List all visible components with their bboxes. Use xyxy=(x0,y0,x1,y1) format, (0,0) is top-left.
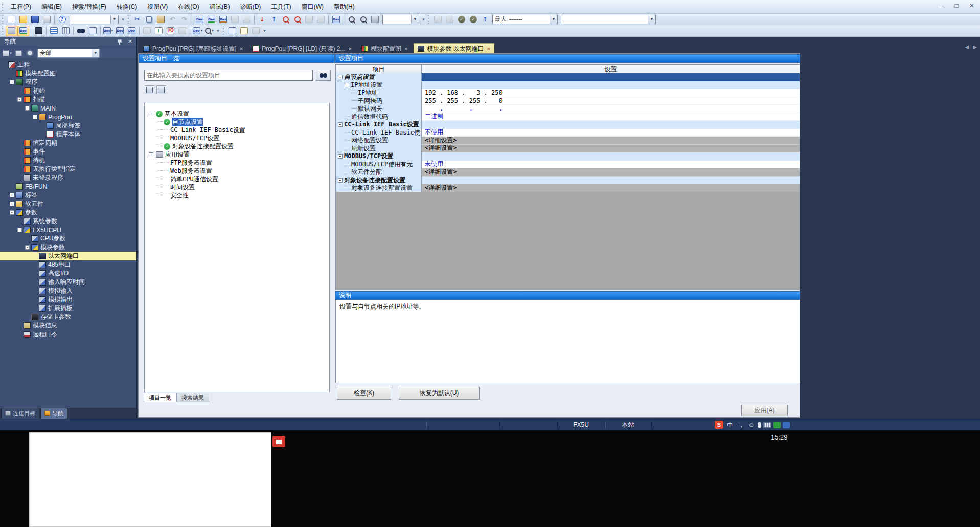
settings-table-row[interactable]: 对象设备连接配置设置<详细设置> xyxy=(336,184,800,192)
menu-item[interactable]: 帮助(H) xyxy=(329,2,360,12)
setting-tree-item[interactable]: Web服务器设置 xyxy=(145,167,329,175)
menu-item[interactable]: 编辑(E) xyxy=(36,2,67,12)
undo-icon[interactable]: ↶ xyxy=(167,14,178,25)
zoom-out-icon[interactable] xyxy=(357,14,369,25)
menu-item[interactable]: 转换(C) xyxy=(111,2,143,12)
toolbar-overflow-icon[interactable]: ▾ xyxy=(215,28,221,33)
convert-icon[interactable]: ↑ xyxy=(479,14,491,25)
setting-tree-item[interactable]: -✓基本设置 xyxy=(145,109,329,118)
nav-tree-item[interactable]: -ProgPou xyxy=(0,113,136,121)
nav-tree-item[interactable]: CPU参数 xyxy=(0,234,136,243)
watch-device-icon[interactable]: Dev▾ xyxy=(192,26,203,36)
nav-tree-item[interactable]: -程序 xyxy=(0,78,136,86)
capture-1-icon[interactable] xyxy=(229,14,241,25)
zoom-in-icon[interactable] xyxy=(346,14,357,25)
verify-2-icon[interactable] xyxy=(315,14,327,25)
verify-1-icon[interactable] xyxy=(303,14,315,25)
watch-target-combo[interactable]: ▼ xyxy=(561,15,656,24)
taskbar-app-icon[interactable] xyxy=(272,436,285,447)
tab-close-icon[interactable]: × xyxy=(404,46,407,52)
settings-table-row[interactable]: CC-Link IEF Basic使用有无不使用 xyxy=(336,129,800,137)
setting-value-cell[interactable]: <详细设置> xyxy=(422,137,800,145)
item-list-tab[interactable]: 项目一览 xyxy=(144,393,176,402)
display-setting-icon[interactable] xyxy=(250,26,262,36)
tab-close-icon[interactable]: × xyxy=(240,46,243,52)
setting-value-cell[interactable]: 192 . 168 . 3 . 250 xyxy=(422,89,800,97)
statement-display-icon[interactable] xyxy=(226,26,238,36)
menu-item[interactable]: 视图(V) xyxy=(142,2,173,12)
monitor-watch-2-icon[interactable] xyxy=(291,14,303,25)
device-monitor-2-icon[interactable]: Dev xyxy=(206,14,217,25)
settings-table-row[interactable]: 通信数据代码二进制 xyxy=(336,113,800,121)
cut-icon[interactable]: ✂ xyxy=(131,14,143,25)
restore-default-button[interactable]: 恢复为默认(U) xyxy=(399,387,480,400)
punctuation-icon[interactable]: ·, xyxy=(736,421,745,429)
collapse-box-icon[interactable]: - xyxy=(10,80,14,84)
setting-tree-item[interactable]: MODBUS/TCP设置 xyxy=(145,134,329,142)
collapse-box-icon[interactable]: - xyxy=(17,97,22,102)
nav-tree-item[interactable]: 未登录程序 xyxy=(0,173,136,182)
apply-button[interactable]: 应用(A) xyxy=(741,405,788,416)
nav-tree-item[interactable]: +标签 xyxy=(0,191,136,200)
io-assignment-icon[interactable]: I/O xyxy=(165,26,176,36)
nav-tree-item[interactable]: 事件 xyxy=(0,147,136,156)
setting-tree-item[interactable]: ✓对象设备连接配置设置 xyxy=(145,142,329,150)
settings-table-row[interactable]: -对象设备连接配置设置 xyxy=(336,177,800,185)
search-button[interactable] xyxy=(316,70,331,81)
capture-2-icon[interactable] xyxy=(241,14,253,25)
find-icon[interactable] xyxy=(75,26,87,36)
input-entry-icon[interactable] xyxy=(60,26,72,36)
setting-tree-item[interactable]: FTP服务器设置 xyxy=(145,159,329,167)
settings-table-row[interactable]: 网络配置设置<详细设置> xyxy=(336,137,800,145)
menu-item[interactable]: 搜索/替换(F) xyxy=(67,2,111,12)
menu-item[interactable]: 在线(O) xyxy=(173,2,204,12)
nav-bottom-tab[interactable]: 导航 xyxy=(40,408,67,419)
nav-tree-item[interactable]: 模块配置图 xyxy=(0,69,136,78)
current-device-display-icon[interactable]: Dev xyxy=(330,14,342,25)
chevron-down-icon[interactable]: ▼ xyxy=(411,15,419,24)
find-device-icon[interactable]: ▾ xyxy=(203,26,215,36)
nav-tree-item[interactable]: -模块参数 xyxy=(0,243,136,252)
device-monitor-icon[interactable]: Dev xyxy=(194,14,206,25)
menu-item[interactable]: 工程(P) xyxy=(6,2,36,12)
setting-tree-item[interactable]: -应用设置 xyxy=(145,150,329,159)
emoji-icon[interactable]: ☺ xyxy=(747,421,756,429)
settings-table-row[interactable]: -IP地址设置 xyxy=(336,81,800,90)
nav-tree-item[interactable]: 存储卡参数 xyxy=(0,313,136,321)
skin-icon[interactable] xyxy=(773,422,781,428)
zoom-combo[interactable]: ▼ xyxy=(382,15,419,24)
menu-item[interactable]: 工具(T) xyxy=(266,2,296,12)
settings-table-row[interactable]: 默认网关 . . . xyxy=(336,105,800,113)
new-project-icon[interactable] xyxy=(6,14,17,25)
nav-tree-item[interactable]: +软元件 xyxy=(0,200,136,208)
maximize-button[interactable]: □ xyxy=(950,1,963,10)
pause-monitor-icon[interactable] xyxy=(432,14,444,25)
read-from-plc-icon[interactable]: ↑ xyxy=(268,14,280,25)
paste-icon[interactable] xyxy=(155,14,167,25)
collapse-box-icon[interactable]: - xyxy=(149,112,153,116)
setting-value-cell[interactable]: 255 . 255 . 255 . 0 xyxy=(422,97,800,105)
toolbar-overflow-icon[interactable]: ▾ xyxy=(120,17,126,22)
stop-monitor-icon[interactable] xyxy=(444,14,455,25)
settings-table-row[interactable]: -CC-Link IEF Basic设置 xyxy=(336,121,800,129)
keyword-combo[interactable]: ▼ xyxy=(70,15,119,24)
help-icon[interactable]: ? xyxy=(56,14,68,25)
expand-box-icon[interactable]: + xyxy=(10,202,14,206)
close-button[interactable]: ✕ xyxy=(966,1,978,10)
setting-value-cell[interactable]: <详细设置> xyxy=(422,184,800,192)
chevron-down-icon[interactable]: ▼ xyxy=(110,15,118,24)
redo-icon[interactable]: ↷ xyxy=(178,14,190,25)
save-project-icon[interactable] xyxy=(29,14,41,25)
element-selection-icon[interactable] xyxy=(33,26,44,36)
nav-tree-item[interactable]: 局部标签 xyxy=(0,121,136,130)
write-to-plc-icon[interactable]: ↓ xyxy=(256,14,268,25)
nav-tree-item[interactable]: -参数 xyxy=(0,208,136,217)
device-monitor-hex-icon[interactable]: Dev xyxy=(217,14,229,25)
nav-tree-item[interactable]: -MAIN xyxy=(0,104,136,113)
check-button[interactable]: 检查(K) xyxy=(337,387,391,400)
settings-table-row[interactable]: IP地址192 . 168 . 3 . 250 xyxy=(336,89,800,97)
copy-icon[interactable] xyxy=(143,14,155,25)
setting-value-cell[interactable]: 未使用 xyxy=(422,161,800,169)
outline-view-icon[interactable] xyxy=(48,26,60,36)
chevron-down-icon[interactable]: ▼ xyxy=(648,15,655,24)
